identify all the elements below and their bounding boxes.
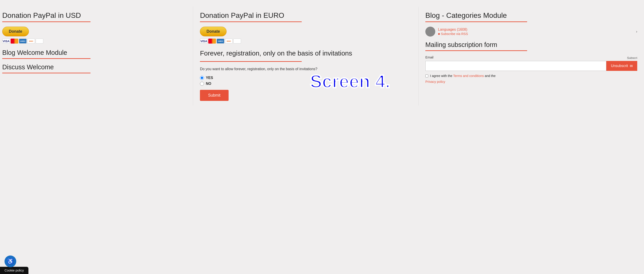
mailing-title: Mailing subscription form (425, 41, 637, 48)
mastercard-icon-euro (208, 38, 216, 44)
donate-usd-button[interactable]: Donate (2, 27, 29, 36)
privacy-policy-link[interactable]: Privacy policy (425, 80, 637, 84)
agree-text: I agree with the Terms and conditions an… (430, 74, 496, 78)
forever-underline (200, 61, 369, 62)
donate-usd-wrap: Donate (2, 27, 186, 38)
blog-welcome-title: Blog Welcome Module (2, 49, 186, 56)
email-input[interactable] (425, 61, 606, 71)
agree-checkbox[interactable] (425, 74, 428, 78)
yes-radio[interactable] (200, 76, 204, 80)
registration-radio-group: YES NO (200, 76, 412, 86)
rss-label: Subscribe via RSS (441, 32, 468, 36)
column-blog-categories: Blog - Categories Module Languages (1608… (418, 7, 644, 106)
category-name[interactable]: Languages (1608) (438, 28, 634, 32)
card-icons-usd: VISA AMEX DISC ​ (2, 38, 186, 44)
rss-link[interactable]: ■ Subscribe via RSS (438, 32, 634, 36)
donation-usd-title: Donation PayPal in USD (2, 11, 186, 20)
category-text: Languages (1608) ■ Subscribe via RSS (438, 28, 634, 36)
donation-euro-underline (200, 22, 369, 22)
donate-euro-wrap: Donate (200, 27, 412, 38)
submit-button[interactable]: Submit (200, 90, 228, 101)
email-input-wrap (425, 61, 606, 71)
card-icons-euro: VISA AMEX DISC ​ (200, 38, 412, 44)
column-donation-euro: Donation PayPal in EURO Donate VISA AMEX… (193, 7, 418, 106)
other-card-icon-euro: ​ (233, 38, 241, 44)
email-section: Unsubscrit ✉ (425, 61, 637, 71)
no-radio-label[interactable]: NO (200, 82, 412, 86)
discuss-welcome-underline (2, 73, 150, 73)
discover-icon: DISC (27, 38, 35, 44)
mailing-underline (425, 50, 595, 51)
yes-label: YES (206, 76, 213, 80)
no-label: NO (206, 82, 211, 86)
email-label-row: Email Subscri (425, 56, 637, 60)
envelope-icon: ✉ (630, 64, 633, 68)
accessibility-button[interactable]: ♿ (4, 256, 16, 267)
amex-icon: AMEX (19, 38, 27, 44)
cookie-label: Cookie policy (4, 268, 24, 272)
mastercard-icon (10, 38, 18, 44)
email-label: Email (425, 56, 434, 59)
visa-icon-euro: VISA (200, 38, 208, 44)
donate-euro-button[interactable]: Donate (200, 27, 226, 36)
category-avatar (425, 27, 435, 36)
blog-categories-underline (425, 22, 595, 22)
discuss-welcome-title: Discuss Welcome (2, 64, 186, 71)
amex-icon-euro: AMEX (216, 38, 224, 44)
accessibility-icon: ♿ (7, 258, 14, 264)
other-card-icon: ​ (36, 38, 43, 44)
column-donation-usd: Donation PayPal in USD Donate VISA AMEX … (0, 7, 193, 106)
category-row: Languages (1608) ■ Subscribe via RSS › (425, 27, 637, 36)
title-underline (2, 22, 150, 22)
forever-title: Forever, registration, only on the basis… (200, 49, 412, 58)
cookie-bar: Cookie policy (0, 267, 28, 274)
blog-welcome-underline (2, 58, 150, 59)
rss-icon: ■ (438, 32, 440, 36)
terms-link[interactable]: Terms and conditions (453, 74, 485, 78)
discover-icon-euro: DISC (225, 38, 233, 44)
donation-euro-title: Donation PayPal in EURO (200, 11, 412, 20)
visa-icon: VISA (2, 38, 10, 44)
chevron-right-icon: › (636, 30, 637, 34)
no-radio[interactable] (200, 82, 204, 86)
agree-row: I agree with the Terms and conditions an… (425, 74, 637, 78)
yes-radio-label[interactable]: YES (200, 76, 412, 80)
blog-categories-title: Blog - Categories Module (425, 11, 637, 20)
subscribe-label: Subscri (627, 56, 637, 60)
unsubscribe-button[interactable]: Unsubscrit ✉ (606, 61, 637, 71)
forever-subtext: Do you want to allow forever, registrati… (200, 66, 412, 72)
unsubscribe-label: Unsubscrit (611, 64, 628, 68)
